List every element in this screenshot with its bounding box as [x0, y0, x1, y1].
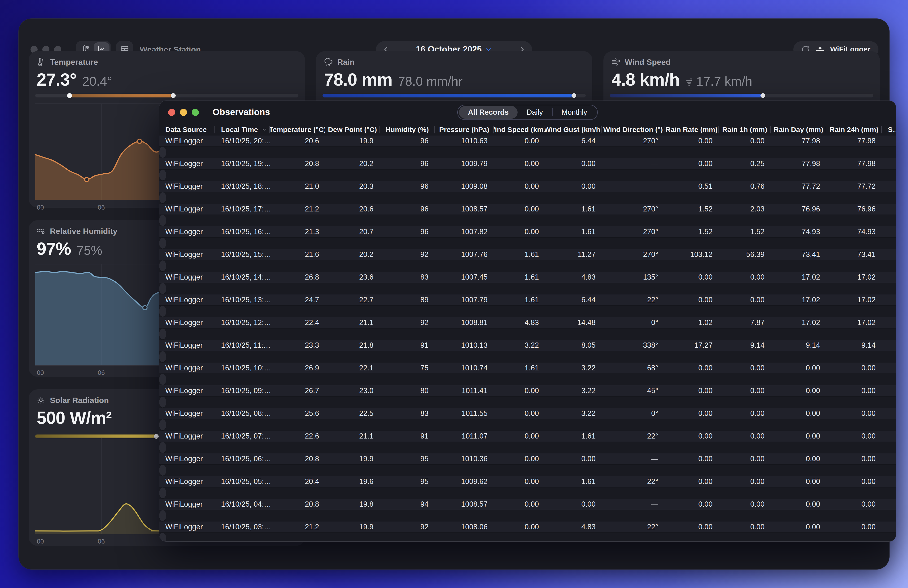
table-row[interactable]: WiFiLogger16/10/25, 13:…23.622.2921008.1… — [159, 306, 166, 317]
cell-rain-1h-mm: 0.76 — [719, 181, 771, 192]
table-row[interactable]: WiFiLogger16/10/25, 12:…22.521.1921009.7… — [159, 329, 166, 340]
table-row[interactable]: WiFiLogger16/10/25, 08:…25.622.5831011.5… — [159, 408, 896, 419]
column-header-pressure-hpa[interactable]: Pressure (hPa) — [435, 124, 494, 135]
column-header-rain-24h-mm[interactable]: Rain 24h (mm) — [826, 124, 882, 135]
column-header-rain-rate-mm[interactable]: Rain Rate (mm) — [665, 124, 719, 135]
table-row[interactable]: WiFiLogger16/10/25, 17:…21.220.6961008.5… — [159, 204, 896, 215]
table-row[interactable]: WiFiLogger16/10/25, 19:…20.820.2961009.7… — [159, 158, 896, 169]
table-row[interactable]: WiFiLogger16/10/25, 16:…21.420.6951007.7… — [159, 238, 166, 249]
table-row[interactable]: WiFiLogger16/10/25, 18:…21.220.5961008.7… — [159, 192, 166, 204]
cell-temperature-c: 20.4 — [171, 465, 177, 476]
table-row[interactable]: WiFiLogger16/10/25, 05:…20.419.6951009.6… — [159, 476, 896, 488]
cell-s — [882, 385, 896, 396]
table-row[interactable]: WiFiLogger16/10/25, 09:…25.722.2811011.6… — [159, 397, 166, 408]
table-row[interactable]: WiFiLogger16/10/25, 20:…20.720.0961010.2… — [159, 147, 166, 158]
table-row[interactable]: WiFiLogger16/10/25, 12:…22.421.1921008.8… — [159, 317, 896, 329]
cell-rain-1h-mm: 0.00 — [719, 431, 771, 441]
cell-pressure-hpa: 1008.57 — [435, 204, 494, 214]
column-header-wind-speed-km[interactable]: Wind Speed (km… — [494, 124, 545, 135]
observations-window: Observations All RecordsDailyMonthly Dat… — [159, 100, 896, 542]
cell-data-source: WiFiLogger — [159, 351, 165, 362]
table-row[interactable]: WiFiLogger16/10/25, 16:…21.320.7961007.8… — [159, 226, 896, 238]
table-row[interactable]: WiFiLogger16/10/25, 08:…24.722.2861011.4… — [159, 419, 166, 431]
table-row[interactable]: WiFiLogger16/10/25, 13:…24.722.7891007.7… — [159, 295, 896, 306]
tab-monthly[interactable]: Monthly — [552, 106, 596, 119]
cell-humidity: 97 — [184, 169, 190, 180]
column-header-dew-point-c[interactable]: Dew Point (°C) — [325, 124, 380, 135]
column-header-data-source[interactable]: Data Source — [159, 124, 215, 135]
cell-rain-rate-mm: 0.00 — [214, 419, 221, 430]
cell-rain-day-mm: 74.17 — [227, 238, 233, 248]
table-row[interactable]: WiFiLogger16/10/25, 06:…20.419.6951010.0… — [159, 465, 166, 476]
cell-wind-gust-km-h: 6.44 — [202, 351, 208, 362]
cell-rain-day-mm: 77.98 — [227, 169, 233, 180]
x-axis-label: 06 — [98, 369, 105, 377]
cell-local-time: 16/10/25, 20:… — [215, 135, 270, 147]
cell-wind-speed-km: 0.00 — [494, 226, 545, 237]
table-row[interactable]: WiFiLogger16/10/25, 11:…23.321.8911010.1… — [159, 340, 896, 351]
x-axis-label: 00 — [37, 204, 44, 211]
tab-all-records[interactable]: All Records — [459, 106, 518, 119]
table-row[interactable]: WiFiLogger16/10/25, 10:…26.922.1751010.7… — [159, 362, 896, 374]
cell-rain-day-mm: 77.47 — [227, 192, 233, 203]
table-row[interactable]: WiFiLogger16/10/25, 03:…21.219.9921008.0… — [159, 522, 896, 533]
table-row[interactable]: WiFiLogger16/10/25, 17:…21.320.6961008.0… — [159, 215, 166, 226]
table-row[interactable]: WiFiLogger16/10/25, 04:…21.119.9931008.5… — [159, 510, 166, 522]
table-row[interactable]: WiFiLogger16/10/25, 18:…21.020.3961009.0… — [159, 181, 896, 192]
rain-progress-bar — [322, 93, 586, 97]
cell-humidity: 95 — [380, 453, 435, 464]
cell-s — [882, 522, 896, 532]
column-header-wind-gust-km-h[interactable]: Wind Gust (km/h) — [545, 124, 602, 135]
table-row[interactable]: WiFiLogger16/10/25, 14:…26.823.6831007.4… — [159, 272, 896, 283]
table-row[interactable]: WiFiLogger16/10/25, 10:…27.322.9771011.0… — [159, 374, 166, 385]
table-row[interactable]: WiFiLogger16/10/25, 19:…20.920.4971009.2… — [159, 169, 166, 181]
column-header-rain-day-mm[interactable]: Rain Day (mm) — [771, 124, 826, 135]
column-header-humidity[interactable]: Humidity (%) — [380, 124, 435, 135]
column-header-wind-direction[interactable]: Wind Direction (°) — [602, 124, 665, 135]
table-row[interactable]: WiFiLogger16/10/25, 04:…20.819.8941008.5… — [159, 499, 896, 510]
cell-data-source: WiFiLogger — [159, 147, 165, 158]
table-row[interactable]: WiFiLogger16/10/25, 07:…22.621.1911011.0… — [159, 431, 896, 442]
column-header-local-time[interactable]: Local Time — [215, 124, 270, 135]
cell-wind-speed-km: 0.00 — [494, 204, 545, 214]
cell-s — [882, 249, 896, 260]
table-row[interactable]: WiFiLogger16/10/25, 06:…20.819.9951010.3… — [159, 453, 896, 465]
minimize-button[interactable] — [180, 109, 187, 116]
cell-rain-rate-mm: 0.00 — [665, 408, 719, 419]
cell-pressure-hpa: 1007.82 — [435, 226, 494, 237]
cell-local-time: 16/10/25, 10:… — [215, 362, 270, 374]
column-header-rain-1h-mm[interactable]: Rain 1h (mm) — [719, 124, 771, 135]
column-header-s[interactable]: S… — [882, 124, 896, 135]
cell-wind-speed-km: 0.00 — [196, 488, 202, 498]
cell-wind-speed-km: 0.00 — [196, 419, 202, 430]
cell-rain-24h-mm: 0.51 — [233, 351, 239, 362]
table-row[interactable]: WiFiLogger16/10/25, 14:…26.722.3771007.0… — [159, 283, 166, 295]
table-row[interactable]: WiFiLogger16/10/25, 07:…21.420.6951010.7… — [159, 442, 166, 453]
close-button[interactable] — [168, 109, 175, 116]
table-row[interactable]: WiFiLogger16/10/25, 20:…20.619.9961010.6… — [159, 135, 896, 147]
cell-wind-speed-km: 0.00 — [196, 147, 202, 158]
cell-pressure-hpa: 1008.06 — [435, 522, 494, 532]
cell-wind-speed-km: 0.00 — [196, 169, 202, 180]
cell-rain-day-mm: 0.00 — [227, 419, 233, 430]
table-row[interactable]: WiFiLogger16/10/25, 15:…21.620.2921007.7… — [159, 249, 896, 260]
column-header-temperature-c[interactable]: Temperature (°C) — [270, 124, 325, 135]
zoom-button[interactable] — [192, 109, 199, 116]
cell-dew-point-c: 22.4 — [177, 351, 184, 362]
cell-data-source: WiFiLogger — [159, 488, 165, 498]
tab-daily[interactable]: Daily — [518, 106, 552, 119]
cell-rain-rate-mm: 0.00 — [214, 510, 221, 521]
cell-humidity: 96 — [380, 135, 435, 147]
table-row[interactable]: WiFiLogger16/10/25, 09:…26.723.0801011.4… — [159, 385, 896, 397]
cell-temperature-c: 26.7 — [270, 385, 325, 396]
cell-rain-24h-mm: 16.51 — [233, 329, 239, 340]
table-row[interactable]: WiFiLogger16/10/25, 11:…25.722.4821010.5… — [159, 351, 166, 362]
cell-data-source: WiFiLogger — [159, 272, 215, 283]
cell-rain-day-mm: 17.02 — [227, 283, 233, 294]
cell-rain-24h-mm: 0.00 — [233, 397, 239, 408]
cell-pressure-hpa: 1008.00 — [190, 533, 196, 541]
cell-local-time: 16/10/25, 03:… — [165, 533, 171, 541]
table-row[interactable]: WiFiLogger16/10/25, 05:…20.419.4941009.2… — [159, 488, 166, 499]
cell-temperature-c: 22.6 — [270, 431, 325, 441]
table-row[interactable]: WiFiLogger16/10/25, 15:…24.722.4871007.7… — [159, 260, 166, 272]
